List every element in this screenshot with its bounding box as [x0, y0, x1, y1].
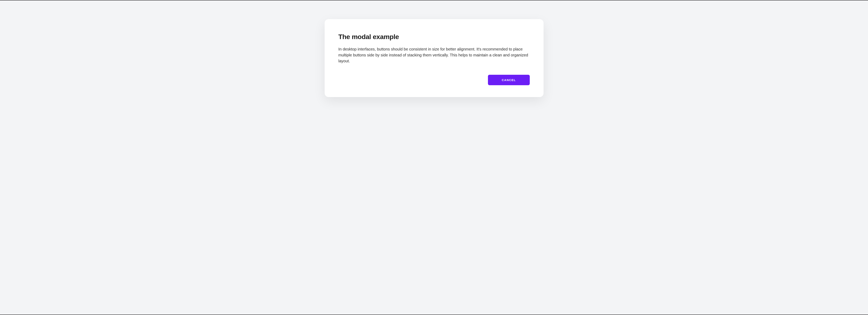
cancel-button[interactable]: CANCEL: [488, 75, 530, 85]
modal-dialog: The modal example In desktop interfaces,…: [324, 19, 544, 97]
modal-title: The modal example: [338, 33, 530, 41]
modal-footer: CANCEL: [338, 75, 530, 85]
modal-body-text: In desktop interfaces, buttons should be…: [338, 46, 530, 64]
